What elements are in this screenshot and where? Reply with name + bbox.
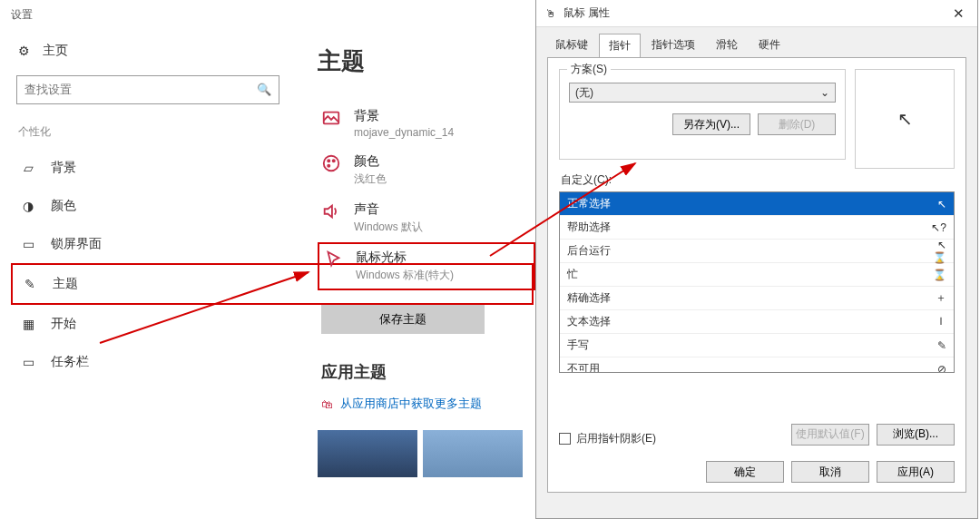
cursor-icon [323, 250, 343, 269]
svg-point-3 [333, 160, 335, 162]
save-as-button[interactable]: 另存为(V)... [672, 113, 750, 135]
cursor-row-background[interactable]: 后台运行↖⌛ [560, 240, 954, 263]
store-icon: 🛍 [321, 397, 333, 411]
dialog-tabs: 鼠标键 指针 指针选项 滑轮 硬件 [536, 27, 977, 57]
scheme-group: 方案(S) (无) ⌄ 另存为(V)... 删除(D) [559, 69, 846, 160]
cursor-glyph: ⌛ [930, 269, 946, 281]
enable-shadow-checkbox[interactable]: 启用指针阴影(E) [559, 431, 656, 446]
cursor-row-text[interactable]: 文本选择Ｉ [560, 310, 954, 334]
customize-label: 自定义(C): [561, 172, 955, 188]
image-icon [321, 108, 341, 128]
chevron-down-icon: ⌄ [820, 86, 829, 99]
lock-icon: ▭ [20, 237, 36, 251]
close-icon[interactable]: ✕ [949, 5, 968, 22]
cursor-glyph: ✎ [930, 339, 946, 352]
cursor-row-normal[interactable]: 正常选择↖ [560, 192, 954, 216]
taskbar-icon: ▭ [20, 355, 36, 369]
gear-icon: ⚙ [18, 44, 30, 58]
pointers-panel: 方案(S) (无) ⌄ 另存为(V)... 删除(D) ↖ 自定义(C): 正常… [547, 57, 966, 493]
brush-icon: ✎ [22, 277, 38, 291]
window-title: 设置 [0, 0, 544, 30]
delete-button[interactable]: 删除(D) [758, 113, 836, 135]
cursor-row-unavailable[interactable]: 不可用⊘ [560, 357, 954, 373]
picture-icon: ▱ [20, 161, 36, 175]
save-theme-button[interactable]: 保存主题 [321, 305, 485, 334]
tab-buttons[interactable]: 鼠标键 [545, 33, 598, 57]
palette-icon: ◑ [20, 199, 36, 213]
store-link[interactable]: 🛍 从应用商店中获取更多主题 [321, 396, 535, 412]
svg-point-4 [328, 165, 329, 167]
cursor-arrow-icon: ↖ [897, 108, 913, 130]
option-sound[interactable]: 声音Windows 默认 [318, 194, 535, 242]
theme-thumb[interactable] [423, 430, 523, 477]
svg-point-1 [324, 156, 339, 171]
search-input[interactable]: 查找设置 🔍 [16, 75, 279, 104]
browse-button[interactable]: 浏览(B)... [877, 424, 955, 446]
search-placeholder: 查找设置 [24, 82, 72, 98]
cursor-preview: ↖ [855, 69, 955, 169]
dialog-titlebar: 🖱 鼠标 属性 ✕ [536, 0, 977, 27]
checkbox-icon [559, 433, 571, 445]
mouse-properties-dialog: 🖱 鼠标 属性 ✕ 鼠标键 指针 指针选项 滑轮 硬件 方案(S) (无) ⌄ … [535, 0, 978, 519]
option-mouse-cursor[interactable]: 鼠标光标Windows 标准(特大) [318, 242, 535, 290]
speaker-icon [321, 201, 341, 221]
scheme-combobox[interactable]: (无) ⌄ [569, 83, 836, 103]
cursor-list[interactable]: 正常选择↖ 帮助选择↖? 后台运行↖⌛ 忙⌛ 精确选择＋ 文本选择Ｉ 手写✎ 不… [559, 191, 955, 373]
cursor-glyph: ↖⌛ [930, 239, 946, 264]
home-label: 主页 [43, 43, 68, 59]
dialog-title: 鼠标 属性 [564, 5, 610, 21]
option-color[interactable]: 颜色浅红色 [318, 146, 535, 194]
content-area: 主题 背景mojave_dynamic_14 颜色浅红色 声音Windows 默… [318, 45, 535, 477]
use-default-button[interactable]: 使用默认值(F) [791, 424, 869, 446]
grid-icon: ▦ [20, 317, 36, 331]
cursor-glyph: ↖ [930, 198, 946, 211]
cursor-row-handwriting[interactable]: 手写✎ [560, 334, 954, 357]
tab-hardware[interactable]: 硬件 [749, 33, 790, 57]
cancel-button[interactable]: 取消 [791, 461, 869, 483]
scheme-value: (无) [575, 85, 593, 101]
mouse-icon: 🖱 [545, 7, 556, 20]
cursor-glyph: ⊘ [930, 363, 946, 374]
palette-icon [321, 153, 341, 173]
cursor-glyph: Ｉ [930, 314, 946, 329]
scheme-label: 方案(S) [567, 62, 611, 77]
cursor-row-precision[interactable]: 精确选择＋ [560, 287, 954, 310]
settings-window: 设置 ⚙ 主页 查找设置 🔍 个性化 ▱背景 ◑颜色 ▭锁屏界面 ✎主题 ▦开始… [0, 0, 544, 519]
svg-point-2 [328, 160, 329, 162]
cursor-glyph: ↖? [930, 221, 946, 234]
cursor-row-busy[interactable]: 忙⌛ [560, 263, 954, 287]
option-background[interactable]: 背景mojave_dynamic_14 [318, 101, 535, 146]
cursor-row-help[interactable]: 帮助选择↖? [560, 216, 954, 240]
tab-pointers[interactable]: 指针 [599, 34, 641, 58]
theme-thumb[interactable] [318, 430, 417, 477]
page-title: 主题 [318, 45, 535, 77]
apply-button[interactable]: 应用(A) [877, 461, 955, 483]
tab-pointer-options[interactable]: 指针选项 [642, 33, 705, 57]
search-icon: 🔍 [257, 83, 271, 96]
cursor-glyph: ＋ [930, 290, 946, 306]
ok-button[interactable]: 确定 [706, 461, 784, 483]
apply-heading: 应用主题 [321, 361, 535, 383]
theme-thumbnails [318, 430, 535, 477]
tab-wheel[interactable]: 滑轮 [706, 33, 748, 57]
